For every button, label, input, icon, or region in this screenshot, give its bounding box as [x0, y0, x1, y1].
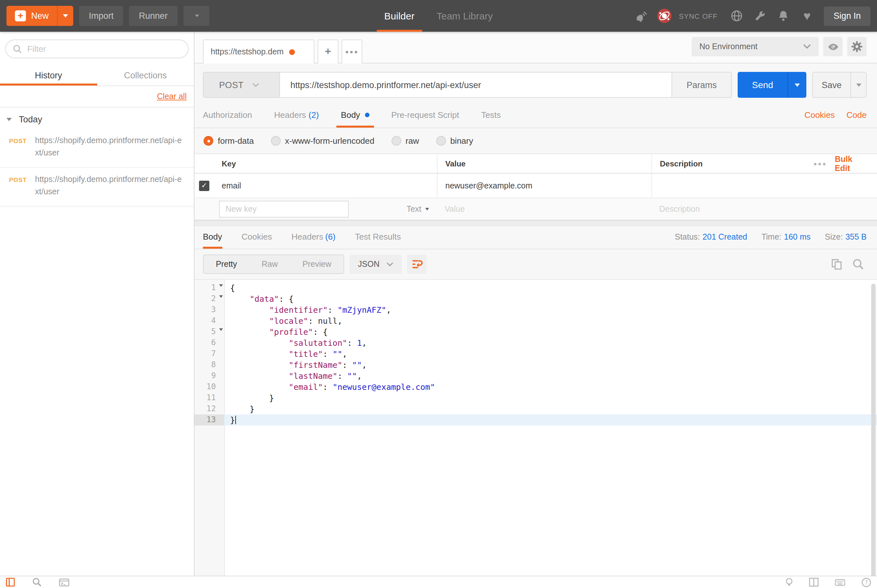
two-pane-view-button[interactable]: [809, 578, 819, 587]
line-number-gutter[interactable]: 9: [194, 370, 224, 381]
row-description-cell[interactable]: [651, 174, 814, 198]
line-number-gutter[interactable]: 8: [194, 359, 224, 370]
heart-icon[interactable]: ♥: [800, 9, 814, 23]
nav-tab-team-library[interactable]: Team Library: [436, 0, 493, 32]
new-description-cell[interactable]: Description: [651, 198, 814, 219]
help-button[interactable]: ?: [862, 578, 871, 587]
code-line[interactable]: 13}: [194, 414, 877, 426]
response-tab-body[interactable]: Body: [203, 232, 222, 249]
code-line[interactable]: 11 }: [194, 392, 877, 404]
proxy-icon[interactable]: [634, 9, 648, 23]
new-window-button[interactable]: [183, 6, 209, 26]
request-tab-tests[interactable]: Tests: [481, 110, 501, 128]
type-dropdown[interactable]: Text: [406, 204, 437, 213]
line-number-gutter[interactable]: 13: [194, 414, 224, 426]
wrap-lines-button[interactable]: [408, 255, 427, 274]
new-value-cell[interactable]: Value: [437, 198, 651, 219]
body-mode-raw[interactable]: raw: [391, 136, 419, 146]
search-icon[interactable]: [852, 258, 864, 270]
sign-in-button[interactable]: Sign In: [824, 6, 871, 26]
line-number-gutter[interactable]: 3: [194, 304, 224, 315]
meta-value[interactable]: 355 B: [845, 232, 866, 242]
response-body-editor[interactable]: 1{2 "data": {3 "identifier": "mZjynAFZ",…: [194, 279, 877, 576]
request-tab-headers[interactable]: Headers(2): [274, 110, 319, 128]
code-line[interactable]: 6 "salutation": 1,: [194, 338, 877, 348]
runner-button[interactable]: Runner: [129, 6, 178, 26]
clear-all-link[interactable]: Clear all: [157, 92, 187, 101]
line-number-gutter[interactable]: 4: [194, 315, 224, 326]
code-line[interactable]: 9 "lastName": "",: [194, 370, 877, 381]
body-mode-binary[interactable]: binary: [436, 136, 473, 146]
new-tab-button[interactable]: +: [317, 39, 338, 63]
history-item[interactable]: POSThttps://shopify.demo.printformer.net…: [0, 129, 194, 168]
environment-select[interactable]: No Environment: [692, 37, 819, 56]
row-checkbox[interactable]: ✓: [199, 180, 209, 191]
line-number-gutter[interactable]: 11: [194, 392, 224, 404]
view-mode-raw[interactable]: Raw: [249, 255, 290, 273]
line-number-gutter[interactable]: 12: [194, 404, 224, 414]
settings-button[interactable]: [847, 37, 866, 56]
response-tab-headers[interactable]: Headers(6): [291, 232, 335, 249]
console-button[interactable]: [59, 578, 69, 586]
code-line[interactable]: 3 "identifier": "mZjynAFZ",: [194, 304, 877, 315]
history-group-header[interactable]: Today: [0, 108, 194, 129]
tab-history[interactable]: History: [0, 65, 97, 86]
tab-collections[interactable]: Collections: [97, 65, 194, 86]
new-button-dropdown[interactable]: [57, 6, 73, 26]
request-tab-body[interactable]: Body: [341, 110, 369, 128]
toggle-sidebar-button[interactable]: [6, 578, 15, 587]
send-label[interactable]: Send: [738, 72, 788, 98]
tab-options-button[interactable]: ●●●: [341, 39, 363, 63]
line-number-gutter[interactable]: 1: [194, 282, 224, 293]
code-line[interactable]: 8 "firstName": "",: [194, 359, 877, 370]
shortcuts-button[interactable]: [835, 579, 845, 586]
meta-value[interactable]: 160 ms: [784, 232, 811, 242]
global-search-button[interactable]: [32, 578, 42, 587]
bulk-edit-link[interactable]: Bulk Edit: [835, 154, 869, 172]
tips-button[interactable]: [785, 578, 793, 587]
notifications-bell-icon[interactable]: [776, 9, 791, 23]
code-line[interactable]: 2 "data": {: [194, 293, 877, 304]
import-button[interactable]: Import: [79, 6, 123, 26]
history-item[interactable]: POSThttps://shopify.demo.printformer.net…: [0, 168, 194, 207]
line-number-gutter[interactable]: 6: [194, 338, 224, 348]
view-mode-pretty[interactable]: Pretty: [203, 255, 249, 273]
line-number-gutter[interactable]: 2: [194, 293, 224, 304]
params-button[interactable]: Params: [671, 72, 731, 97]
save-label[interactable]: Save: [813, 72, 850, 97]
ellipsis-icon[interactable]: ●●●: [814, 160, 827, 167]
save-options-button[interactable]: [850, 72, 866, 97]
format-select[interactable]: JSON: [349, 255, 402, 274]
row-key-cell[interactable]: email: [214, 174, 437, 198]
response-tab-cookies[interactable]: Cookies: [241, 232, 272, 249]
cookies-link[interactable]: Cookies: [805, 110, 835, 120]
new-button[interactable]: + New: [6, 6, 73, 26]
wrench-icon[interactable]: [753, 9, 767, 23]
request-tab-pre-request-script[interactable]: Pre-request Script: [391, 110, 459, 128]
copy-icon[interactable]: [831, 258, 842, 270]
nav-tab-builder[interactable]: Builder: [384, 0, 415, 32]
filter-input[interactable]: [27, 44, 181, 54]
globe-icon[interactable]: [730, 9, 744, 23]
response-tab-test-results[interactable]: Test Results: [355, 232, 401, 249]
send-button[interactable]: Send: [738, 72, 806, 98]
code-line[interactable]: 7 "title": "",: [194, 348, 877, 359]
send-options-button[interactable]: [788, 72, 806, 98]
row-value-cell[interactable]: newuser@example.com: [437, 174, 651, 198]
line-number-gutter[interactable]: 7: [194, 348, 224, 359]
code-line[interactable]: 4 "locale": null,: [194, 315, 877, 326]
line-number-gutter[interactable]: 10: [194, 381, 224, 392]
code-line[interactable]: 10 "email": "newuser@example.com": [194, 381, 877, 392]
code-line[interactable]: 1{: [194, 282, 877, 293]
request-tab-authorization[interactable]: Authorization: [203, 110, 252, 128]
code-line[interactable]: 12 }: [194, 404, 877, 414]
interceptor-icon[interactable]: [657, 9, 672, 23]
method-select[interactable]: POST: [203, 72, 280, 97]
new-key-input[interactable]: [219, 200, 349, 217]
code-line[interactable]: 5 "profile": {: [194, 326, 877, 338]
body-mode-form-data[interactable]: form-data: [203, 136, 254, 146]
code-link[interactable]: Code: [847, 110, 866, 120]
view-mode-preview[interactable]: Preview: [290, 255, 343, 273]
meta-value[interactable]: 201 Created: [703, 232, 748, 242]
new-button-main[interactable]: + New: [6, 6, 57, 26]
